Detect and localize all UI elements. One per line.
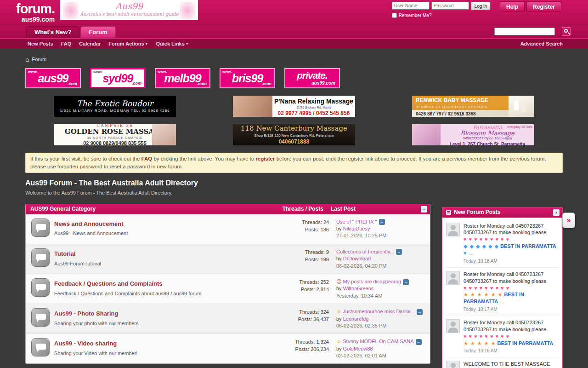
nav-calendar[interactable]: Calendar <box>79 40 101 47</box>
nav-forum-actions[interactable]: Forum Actions▼ <box>108 40 148 47</box>
forum-speech-bubble-icon <box>31 278 50 297</box>
sidebar-post: Roster for Monday call 0450723267 045073… <box>446 219 559 268</box>
last-thread-link[interactable]: Collections of frequently... <box>336 249 394 254</box>
avatar[interactable] <box>446 271 460 285</box>
forum-speech-bubble-icon <box>31 338 50 356</box>
last-poster-link[interactable]: DrDownload <box>343 256 371 261</box>
forum-link[interactable]: Tutorial <box>54 250 76 257</box>
forum-stats: Threads: 324 Posts: 36,437 <box>278 308 329 323</box>
ad-exotic-boudoir[interactable]: The Exotic Boudoir 1/521 MILITARY ROAD, … <box>54 96 176 117</box>
forum-description: Sharing your Video with our member! <box>54 350 274 356</box>
last-post-date: 02-02-2026, 02:01 AM <box>336 352 426 359</box>
ad-blossom-massage[interactable]: Parramatta Blossom Massage 0450733267 Op… <box>412 124 534 145</box>
last-thread-link[interactable]: Use of " PREFIX " <box>336 219 377 224</box>
post-time: Today, 10:18 AM <box>464 258 559 264</box>
help-button[interactable]: Help <box>500 1 525 12</box>
goto-last-post-icon[interactable]: → <box>403 279 409 285</box>
forum-last-post: ☹My posts are disappearng→ by WiltonGree… <box>329 278 426 299</box>
ad-118-new-canterbury[interactable]: 118 New Canterbury Massage Shop B/118-12… <box>233 124 355 145</box>
last-poster-link[interactable]: GoldMeow88 <box>343 346 373 351</box>
nav-quick-links[interactable]: Quick Links▼ <box>156 40 189 47</box>
goto-last-post-icon[interactable]: → <box>417 309 423 315</box>
forum-row: Tutorial Aus99 ForumTutoiral Threads: 9 … <box>26 244 430 274</box>
nav-advanced-search[interactable]: Advanced Search <box>520 40 563 47</box>
site-banner-row: www. aus99 .com www. syd99 .com www. mel… <box>25 68 588 88</box>
remember-me-label: Remember Me? <box>399 12 432 18</box>
login-button[interactable]: Log in <box>471 2 491 10</box>
faq-link[interactable]: FAQ <box>141 156 153 161</box>
banner-tagline: Australia's best adult entertainment gui… <box>60 11 198 17</box>
banner-aus99[interactable]: www. aus99 .com <box>25 68 81 88</box>
search-area <box>494 27 571 36</box>
post-thread-link[interactable]: BEST IN PARRAMATTA <box>500 243 556 249</box>
password-input[interactable] <box>431 2 469 10</box>
collapse-category-button[interactable]: ▲ <box>421 206 427 213</box>
collapse-widget-button[interactable]: ▲ <box>553 209 560 216</box>
last-thread-link[interactable]: Justsomehourhoe miss Dahlia... <box>343 309 415 314</box>
home-icon[interactable]: ⌂ <box>25 55 29 63</box>
avatar[interactable] <box>446 361 460 368</box>
avatar[interactable] <box>446 223 460 236</box>
post-time: Today, 10:17 AM <box>464 306 559 312</box>
forum-description: Aus99 ForumTutoiral <box>54 260 274 267</box>
ad-title: GOLDEN ROSE MASSAGE <box>65 128 165 136</box>
last-thread-link[interactable]: Stunny MODEL On CAM SANA <box>343 339 413 344</box>
register-button[interactable]: Register <box>526 1 561 12</box>
gems-emoji-row: ◆ ◆ ◆ ◆ ◆ ◆ <box>464 243 499 249</box>
sidebar-toggle-button[interactable]: » <box>562 213 575 228</box>
last-poster-link[interactable]: NikitaDuesy <box>343 226 370 231</box>
last-thread-link[interactable]: My posts are disappearng <box>343 279 401 284</box>
banner-private-aus99[interactable]: private. aus99.com <box>284 68 340 88</box>
search-input[interactable] <box>494 28 555 35</box>
tab-whats-new[interactable]: What's New? <box>26 26 79 38</box>
ad-renwick-massage[interactable]: RENWICK BABY MASSAGE RENWICK ST LEICHHAR… <box>412 96 534 117</box>
forum-stats: Threads: 252 Posts: 2,814 <box>278 278 329 293</box>
post-thread-link[interactable]: BEST IN PARRAMATTA <box>498 340 554 346</box>
forum-row: Aus99 - Photo Sharing Sharing your photo… <box>26 304 430 334</box>
page-title: Aus99 Forum - The Best Australia Adult D… <box>25 178 588 188</box>
banner-syd99[interactable]: www. syd99 .com <box>90 68 146 88</box>
banner-melb99[interactable]: www. melb99 .com <box>155 68 210 88</box>
forum-speech-bubble-icon <box>31 218 50 237</box>
tab-forum[interactable]: Forum <box>80 26 115 38</box>
sidebar-post: WELCOME TO THE BEST MASSAGE <box>446 357 559 368</box>
hearts-emoji-row: ♥ ♥ ♥ ♥ ♥ ♥ ♥ ♥ ♥ <box>464 285 559 292</box>
goto-last-post-icon[interactable]: → <box>396 249 402 255</box>
last-poster-link[interactable]: Leonardfdg <box>343 316 369 322</box>
sidebar-column: New Forum Posts ▲ Roster for Monday call… <box>442 207 563 368</box>
goto-last-post-icon[interactable]: → <box>379 219 385 225</box>
last-poster-link[interactable]: WiltonGreens <box>343 286 374 291</box>
smiley-emoticon-icon: ☺ <box>336 339 341 344</box>
site-logo[interactable]: forum. aus99.com <box>16 2 55 25</box>
search-button[interactable] <box>562 27 571 36</box>
post-excerpt: Roster for Monday call 0450723267 045073… <box>464 320 546 332</box>
remember-me-checkbox[interactable] <box>392 13 397 18</box>
ad-golden-rose-massage[interactable]: CAMPSIE 36 GOLDEN ROSE MASSAGE 36 NORTH … <box>54 124 176 145</box>
category-aus99-general: AUS99 General Category Threads / Posts L… <box>25 204 430 364</box>
forum-link[interactable]: Feedback / Questions and Complaints <box>54 280 163 287</box>
first-visit-notice: If this is your first visit, be sure to … <box>25 153 563 172</box>
last-post-date: Yesterday, 10:34 AM <box>336 293 426 299</box>
forum-speech-bubble-icon <box>31 248 50 267</box>
forum-link[interactable]: Aus99 - Video sharing <box>54 340 117 347</box>
nav-new-posts[interactable]: New Posts <box>28 40 53 47</box>
banner-bris99[interactable]: www. bris99 .com <box>220 68 275 88</box>
post-excerpt: Roster for Monday call 0450723267 045073… <box>464 223 546 236</box>
header-banner-ad[interactable]: Aus99 Australia's best adult entertainme… <box>60 0 198 20</box>
last-post-date: 27-01-2026, 10:25 PM <box>336 232 426 239</box>
forum-row: News and Annoucement Aus99 - News and An… <box>26 214 430 244</box>
nav-faq[interactable]: FAQ <box>61 40 72 47</box>
breadcrumb-forum[interactable]: Forum <box>32 56 46 63</box>
forum-last-post: ☺Stunny MODEL On CAM SANA→ by GoldMeow88… <box>329 338 426 359</box>
forum-link[interactable]: Aus99 - Photo Sharing <box>54 310 118 317</box>
site-header: forum. aus99.com Aus99 Australia's best … <box>0 0 588 25</box>
goto-last-post-icon[interactable]: → <box>416 339 422 345</box>
register-link[interactable]: register <box>255 156 275 161</box>
forum-stats: Threads: 1,324 Posts: 206,234 <box>278 338 329 353</box>
smiley-emoticon-icon: ☺ <box>336 309 341 314</box>
ad-phone: 02 9008 0829/0498 835 555 <box>83 140 147 145</box>
username-input[interactable] <box>392 2 430 10</box>
avatar[interactable] <box>446 319 460 333</box>
forum-link[interactable]: News and Annoucement <box>54 220 123 227</box>
ad-pnana-massage[interactable]: P'Nana Relaxing Massage 11/36 Sydney Rd,… <box>233 96 355 117</box>
